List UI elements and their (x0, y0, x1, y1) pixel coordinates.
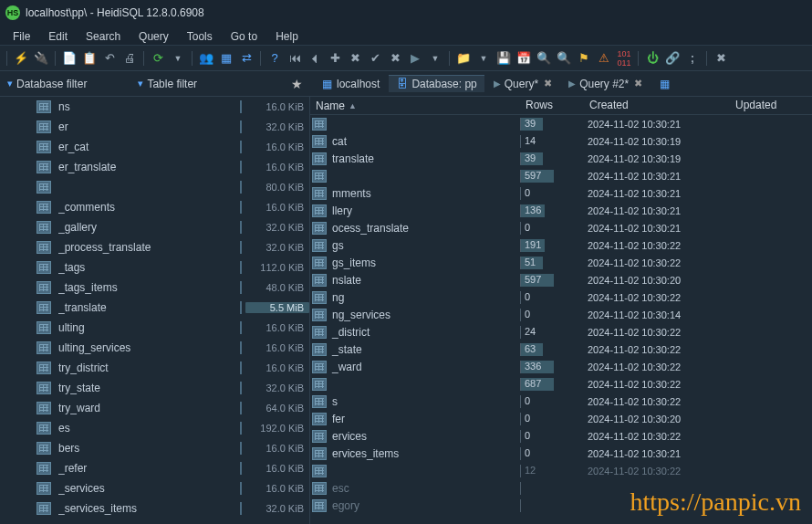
flag-icon[interactable]: ⚑ (575, 49, 593, 68)
check-icon[interactable]: ✔ (366, 49, 384, 68)
paste-icon[interactable]: 📋 (80, 49, 99, 68)
col-created[interactable]: Created (584, 97, 730, 114)
table-row[interactable]: nslate5972024-11-02 10:30:20 (310, 271, 812, 288)
plug-icon[interactable]: ⚡ (12, 49, 30, 68)
tree-row[interactable]: bers16.0 KiB (0, 438, 309, 458)
dropdown-icon[interactable]: ▼ (474, 49, 493, 68)
error-icon[interactable]: 101011 (615, 49, 633, 68)
dropdown-icon[interactable]: ▼ (426, 49, 444, 68)
tree-row[interactable]: es192.0 KiB (0, 418, 309, 438)
copy-icon[interactable]: 📄 (60, 49, 78, 68)
table-row[interactable]: ervices02024-11-02 10:30:22 (310, 427, 812, 445)
table-row[interactable]: ocess_translate02024-11-02 10:30:21 (310, 219, 812, 236)
tree-row[interactable]: _services_items32.0 KiB (0, 498, 309, 519)
col-name[interactable]: Name ▲ (310, 97, 520, 114)
user-icon[interactable]: 👥 (197, 49, 215, 68)
first-icon[interactable]: ⏮ (286, 49, 304, 68)
tree-row[interactable]: 80.0 KiB (0, 177, 309, 197)
delete-icon[interactable]: ✖ (346, 49, 364, 68)
tree-row[interactable]: _gallery32.0 KiB (0, 217, 309, 237)
plug-new-icon[interactable]: 🔌 (32, 49, 50, 68)
save-icon[interactable]: 💾 (494, 49, 513, 68)
table-row[interactable]: llery1362024-11-02 10:30:21 (310, 202, 812, 219)
favorite-icon[interactable]: ★ (291, 77, 303, 91)
menu-search[interactable]: Search (77, 28, 130, 45)
tree-row[interactable]: _services16.0 KiB (0, 478, 309, 498)
table-row[interactable]: esc (310, 479, 812, 497)
table-row[interactable]: 392024-11-02 10:30:21 (310, 115, 812, 132)
close-tab-icon[interactable]: ✖ (544, 78, 552, 89)
tab-query-1[interactable]: ▶ Query* ✖ (486, 76, 559, 92)
table-row[interactable]: translate392024-11-02 10:30:19 (310, 150, 812, 167)
table-row[interactable]: egory (310, 497, 812, 514)
tree-row[interactable]: ulting16.0 KiB (0, 318, 309, 338)
tree-row[interactable]: _tags_items48.0 KiB (0, 278, 309, 298)
zoom-icon[interactable]: 🔍 (555, 49, 573, 68)
tree-row[interactable]: _process_translate32.0 KiB (0, 237, 309, 257)
tree-row[interactable]: _refer16.0 KiB (0, 458, 309, 478)
tree-row[interactable]: ns16.0 KiB (0, 97, 309, 117)
table-row[interactable]: gs_items512024-11-02 10:30:22 (310, 254, 812, 271)
table-grid[interactable]: 392024-11-02 10:30:21cat142024-11-02 10:… (310, 115, 812, 524)
add-icon[interactable]: ✚ (326, 49, 344, 68)
table-row[interactable]: gs1912024-11-02 10:30:22 (310, 236, 812, 254)
exit-icon[interactable]: ⏻ (643, 49, 661, 68)
tree-row[interactable]: er32.0 KiB (0, 117, 309, 137)
tree-row[interactable]: try_district16.0 KiB (0, 358, 309, 378)
prev-icon[interactable]: ⏴ (306, 49, 324, 68)
menu-goto[interactable]: Go to (222, 28, 266, 45)
col-rows[interactable]: Rows (520, 97, 584, 114)
tab-host[interactable]: ▦ localhost (314, 76, 387, 92)
link-icon[interactable]: 🔗 (663, 49, 682, 68)
tree-row[interactable]: _translate5.5 MiB (0, 298, 309, 318)
tree-row[interactable]: er_translate16.0 KiB (0, 157, 309, 177)
table-icon[interactable]: ▦ (217, 49, 235, 68)
refresh-icon[interactable]: ⟳ (149, 49, 167, 68)
table-row[interactable]: cat142024-11-02 10:30:19 (310, 132, 812, 150)
calendar-icon[interactable]: 📅 (515, 49, 533, 68)
cancel-icon[interactable]: ✖ (386, 49, 404, 68)
menu-tools[interactable]: Tools (178, 28, 222, 45)
table-row[interactable]: 5972024-11-02 10:30:21 (310, 167, 812, 184)
search-icon[interactable]: 🔍 (535, 49, 553, 68)
sidebar-tree[interactable]: ns16.0 KiBer32.0 KiBer_cat16.0 KiBer_tra… (0, 97, 309, 524)
table-row[interactable]: _state632024-11-02 10:30:22 (310, 341, 812, 358)
table-row[interactable]: s02024-11-02 10:30:22 (310, 393, 812, 410)
table-row[interactable]: _district242024-11-02 10:30:22 (310, 323, 812, 341)
tree-row[interactable]: er_cat16.0 KiB (0, 137, 309, 157)
tree-row[interactable]: _tags112.0 KiB (0, 257, 309, 278)
table-row[interactable]: ng_services02024-11-02 10:30:14 (310, 306, 812, 323)
tab-query-2[interactable]: ▶ Query #2* ✖ (561, 76, 650, 92)
folder-icon[interactable]: 📁 (454, 49, 473, 68)
table-row[interactable]: 6872024-11-02 10:30:22 (310, 375, 812, 393)
swap-icon[interactable]: ⇄ (237, 49, 255, 68)
tree-row[interactable]: try_state32.0 KiB (0, 378, 309, 398)
menu-edit[interactable]: Edit (39, 28, 77, 45)
tree-row[interactable]: _comments16.0 KiB (0, 197, 309, 217)
table-row[interactable]: ervices_items02024-11-02 10:30:21 (310, 445, 812, 462)
table-row[interactable]: ng02024-11-02 10:30:22 (310, 288, 812, 306)
table-row[interactable]: fer02024-11-02 10:30:20 (310, 410, 812, 427)
database-filter[interactable]: ▾ Database filter (0, 78, 94, 90)
tab-new[interactable]: ▦ (651, 76, 678, 91)
menu-query[interactable]: Query (130, 28, 178, 45)
close-icon[interactable]: ✖ (712, 49, 730, 68)
dropdown-icon[interactable]: ▼ (169, 49, 187, 68)
run-icon[interactable]: ▶ (406, 49, 424, 68)
tree-row[interactable]: ulting_services16.0 KiB (0, 338, 309, 358)
col-updated[interactable]: Updated (730, 97, 812, 114)
tab-database[interactable]: 🗄 Database: pp (389, 75, 484, 92)
table-row[interactable]: mments02024-11-02 10:30:21 (310, 184, 812, 202)
table-filter[interactable]: ▾ Table filter (130, 78, 204, 90)
menu-help[interactable]: Help (266, 28, 307, 45)
menu-file[interactable]: File (4, 28, 39, 45)
table-row[interactable]: 122024-11-02 10:30:22 (310, 462, 812, 479)
table-row[interactable]: _ward3362024-11-02 10:30:22 (310, 358, 812, 375)
tree-row[interactable]: try_ward64.0 KiB (0, 398, 309, 418)
print-icon[interactable]: 🖨 (120, 49, 139, 68)
undo-icon[interactable]: ↶ (100, 49, 119, 68)
close-tab-icon[interactable]: ✖ (634, 78, 642, 89)
help-icon[interactable]: ? (265, 49, 284, 68)
semicolon-icon[interactable]: ; (683, 49, 702, 68)
warning-icon[interactable]: ⚠ (595, 49, 613, 68)
